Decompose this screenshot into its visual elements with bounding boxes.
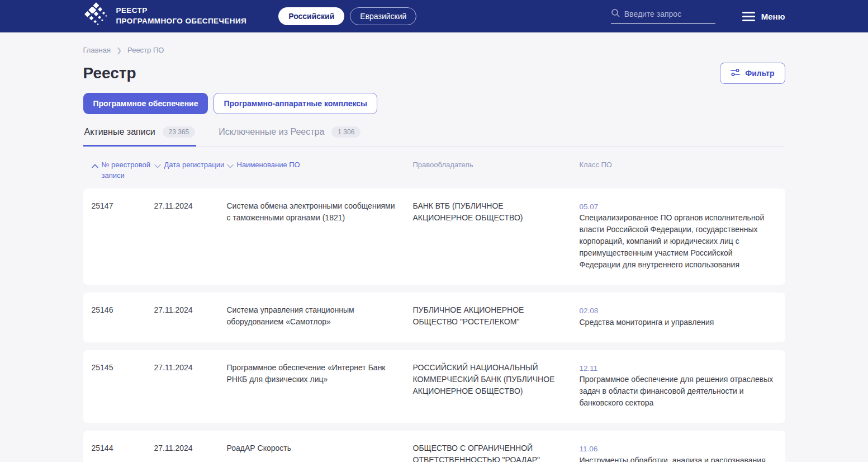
- registry-number: 25146: [92, 304, 154, 331]
- class-label: Специализированное ПО органов исполнител…: [580, 212, 774, 271]
- rights-holder: БАНК ВТБ (ПУБЛИЧНОЕ АКЦИОНЕРНОЕ ОБЩЕСТВО…: [413, 200, 580, 274]
- logo[interactable]: РЕЕСТР ПРОГРАММНОГО ОБЕСПЕЧЕНИЯ: [83, 2, 247, 30]
- search-input[interactable]: [624, 10, 715, 18]
- software-classes: 12.11Программное обеспечение для решения…: [580, 362, 774, 412]
- search-box: [611, 8, 715, 24]
- records-tabs: Активные записи 23 365 Исключенные из Ре…: [83, 126, 785, 147]
- segment-software-button[interactable]: Программное обеспечение: [83, 93, 208, 114]
- registration-date: 27.11.2024: [154, 362, 227, 412]
- registry-number: 25147: [92, 200, 154, 274]
- software-classes: 05.07Специализированное ПО органов испол…: [580, 200, 774, 274]
- registration-date: 27.11.2024: [154, 200, 227, 274]
- search-icon: [611, 8, 620, 20]
- page-title: Реестр: [83, 64, 136, 82]
- hamburger-icon: [742, 12, 755, 21]
- active-records-count-badge: 23 365: [163, 126, 196, 138]
- breadcrumb-chevron-icon: ❯: [116, 46, 122, 54]
- class-code: 12.11: [580, 363, 774, 374]
- table-header: № реестровой записи Дата регистрации Наи…: [83, 147, 785, 188]
- breadcrumb-current: Реестр ПО: [127, 46, 164, 54]
- registry-number: 25145: [92, 362, 154, 412]
- class-code: 11.06: [580, 444, 774, 455]
- column-rights-holder: Правообладатель: [413, 160, 580, 181]
- registration-date: 27.11.2024: [154, 442, 227, 462]
- sort-asc-icon[interactable]: [92, 161, 98, 172]
- filter-sliders-icon: [731, 68, 740, 78]
- column-software-name[interactable]: Наименование ПО: [227, 160, 413, 181]
- tab-active-records[interactable]: Активные записи 23 365: [83, 126, 197, 147]
- class-code: 02.08: [580, 305, 774, 317]
- class-label: Средства мониторинга и управления: [580, 317, 774, 328]
- breadcrumb-home-link[interactable]: Главная: [83, 46, 111, 54]
- software-name: Система обмена электронными сообщениями …: [227, 200, 413, 274]
- sort-desc-icon[interactable]: [227, 161, 234, 172]
- registry-kind-switch: Программное обеспечение Программно-аппар…: [83, 93, 785, 114]
- software-classes: 02.08Средства мониторинга и управления: [580, 304, 774, 331]
- tab-excluded-records[interactable]: Исключенные из Реестра 1 306: [217, 126, 362, 147]
- toggle-russian-button[interactable]: Российский: [278, 7, 344, 25]
- menu-button[interactable]: Меню: [742, 12, 785, 21]
- breadcrumb: Главная ❯ Реестр ПО: [83, 46, 785, 54]
- class-label: Программное обеспечение для решения отра…: [580, 374, 774, 409]
- software-name: РоадАР Скорость: [227, 442, 413, 462]
- software-classes: 11.06Инструменты обработки, анализа и ра…: [580, 442, 774, 462]
- class-label: Инструменты обработки, анализа и распозн…: [580, 455, 774, 462]
- rights-holder: ОБЩЕСТВО С ОГРАНИЧЕННОЙ ОТВЕТСТВЕННОСТЬЮ…: [413, 442, 580, 462]
- table-row[interactable]: 25147 27.11.2024 Система обмена электрон…: [83, 188, 785, 285]
- registry-number: 25144: [92, 442, 154, 462]
- main-content: Главная ❯ Реестр ПО Реестр Фильтр Програ…: [83, 46, 785, 462]
- sort-desc-icon[interactable]: [154, 161, 161, 172]
- records-list: 25147 27.11.2024 Система обмена электрон…: [83, 188, 785, 462]
- filter-button[interactable]: Фильтр: [720, 63, 785, 84]
- menu-label: Меню: [761, 12, 785, 21]
- column-registry-number[interactable]: № реестровой записи: [92, 160, 154, 181]
- segment-hardware-complexes-button[interactable]: Программно-аппаратные комплексы: [214, 93, 377, 114]
- table-row[interactable]: 25145 27.11.2024 Программное обеспечение…: [83, 350, 785, 423]
- column-software-class: Класс ПО: [580, 160, 774, 181]
- software-name: Программное обеспечение «Интернет Банк Р…: [227, 362, 413, 412]
- registration-date: 27.11.2024: [154, 304, 227, 331]
- site-title: РЕЕСТР ПРОГРАММНОГО ОБЕСПЕЧЕНИЯ: [116, 6, 247, 27]
- toggle-eurasian-button[interactable]: Евразийский: [350, 7, 416, 25]
- rights-holder: ПУБЛИЧНОЕ АКЦИОНЕРНОЕ ОБЩЕСТВО "РОСТЕЛЕК…: [413, 304, 580, 331]
- table-row[interactable]: 25146 27.11.2024 Система управления стан…: [83, 293, 785, 342]
- table-row[interactable]: 25144 27.11.2024 РоадАР Скорость ОБЩЕСТВ…: [83, 431, 785, 462]
- rights-holder: РОССИЙСКИЙ НАЦИОНАЛЬНЫЙ КОММЕРЧЕСКИЙ БАН…: [413, 362, 580, 412]
- excluded-records-count-badge: 1 306: [331, 126, 361, 138]
- column-registration-date[interactable]: Дата регистрации: [154, 160, 227, 181]
- top-header: РЕЕСТР ПРОГРАММНОГО ОБЕСПЕЧЕНИЯ Российск…: [0, 0, 868, 32]
- class-code: 05.07: [580, 201, 774, 213]
- registry-logo-icon: [83, 2, 109, 30]
- registry-type-toggle: Российский Евразийский: [278, 7, 416, 25]
- software-name: Система управления станционным оборудова…: [227, 304, 413, 331]
